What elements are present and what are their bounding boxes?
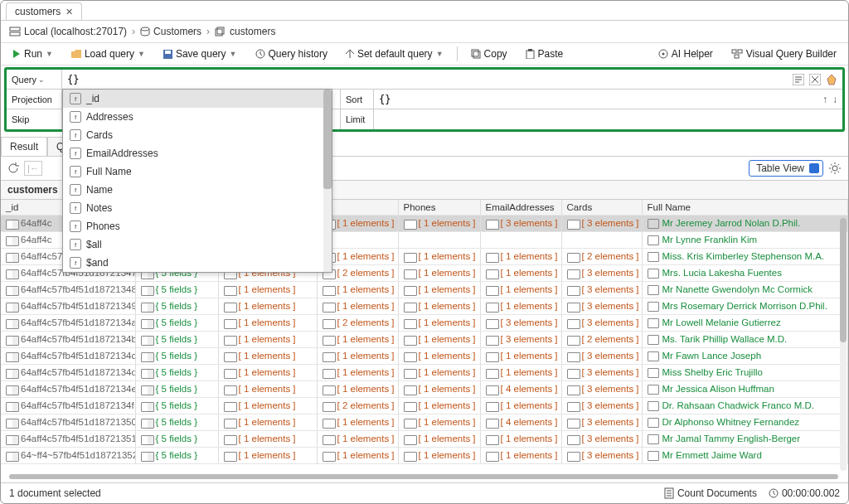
load-query-button[interactable]: Load query▼ (66, 46, 150, 61)
query-input[interactable] (61, 70, 788, 89)
table-row[interactable]: 64aff4c57fb4f51d1872134a{ 5 fields }[ 1 … (1, 314, 848, 331)
breadcrumb-collection[interactable]: customers (215, 26, 275, 37)
table-cell[interactable]: 64aff4c57fb4f51d1872134f (1, 397, 135, 414)
table-cell[interactable]: [ 1 elements ] (317, 364, 398, 380)
table-cell[interactable]: [ 1 elements ] (218, 314, 317, 331)
table-cell[interactable]: [ 4 elements ] (480, 380, 561, 397)
table-cell[interactable] (480, 231, 561, 248)
table-cell[interactable]: [ 2 elements ] (317, 397, 398, 414)
table-cell[interactable]: Miss. Kris Kimberley Stephenson M.A. (642, 248, 848, 264)
table-row[interactable]: 64aff4c57fb4f51d1872134e{ 5 fields }[ 1 … (1, 380, 848, 397)
visual-query-builder-button[interactable]: Visual Query Builder (726, 46, 842, 61)
autocomplete-item[interactable]: fName (63, 181, 332, 199)
query-label[interactable]: Query ⌄ (7, 75, 61, 85)
table-cell[interactable]: [ 1 elements ] (218, 331, 317, 347)
table-cell[interactable]: [ 1 elements ] (480, 397, 561, 414)
table-row[interactable]: 64aff4c57fb4f51d1872134c{ 5 fields }[ 1 … (1, 347, 848, 364)
autocomplete-scrollbar[interactable] (323, 90, 332, 272)
table-cell[interactable]: { 5 fields } (135, 331, 218, 347)
table-cell[interactable]: [ 1 elements ] (480, 447, 561, 463)
sort-desc-icon[interactable]: ↓ (832, 94, 837, 105)
table-cell[interactable]: [ 1 elements ] (218, 447, 317, 463)
table-cell[interactable]: [ 3 elements ] (561, 216, 642, 232)
autocomplete-item[interactable]: f_id (63, 90, 332, 108)
table-cell[interactable]: [ 1 elements ] (398, 397, 480, 414)
table-cell[interactable]: [ 1 elements ] (218, 397, 317, 414)
table-cell[interactable]: [ 1 elements ] (218, 430, 317, 447)
column-header[interactable]: EmailAddresses (480, 200, 561, 216)
sort-asc-icon[interactable]: ↑ (822, 94, 827, 105)
table-cell[interactable]: [ 1 elements ] (398, 248, 480, 264)
table-cell[interactable]: [ 1 elements ] (398, 430, 480, 447)
table-cell[interactable]: Mr Emmett Jaime Ward (642, 447, 848, 463)
table-cell[interactable]: [ 1 elements ] (218, 364, 317, 380)
column-header[interactable]: Full Name (642, 200, 848, 216)
table-cell[interactable]: [ 1 elements ] (480, 298, 561, 314)
table-cell[interactable]: [ 1 elements ] (317, 414, 398, 430)
table-cell[interactable]: [ 1 elements ] (398, 447, 480, 463)
table-row[interactable]: 64aff4c57fb4f51d18721348{ 5 fields }[ 1 … (1, 281, 848, 298)
table-cell[interactable]: { 5 fields } (135, 298, 218, 314)
autocomplete-item[interactable]: fAddresses (63, 108, 332, 126)
table-cell[interactable]: { 5 fields } (135, 314, 218, 331)
table-cell[interactable]: [ 1 elements ] (317, 347, 398, 364)
clear-query-icon[interactable] (826, 74, 837, 85)
table-cell[interactable]: [ 3 elements ] (561, 414, 642, 430)
table-cell[interactable]: [ 3 elements ] (480, 331, 561, 347)
table-row[interactable]: 64aff4c57fb4f51d1872134d{ 5 fields }[ 1 … (1, 364, 848, 380)
autocomplete-item[interactable]: fEmailAddresses (63, 144, 332, 162)
format-query-icon[interactable] (793, 74, 804, 85)
table-cell[interactable]: [ 1 elements ] (398, 331, 480, 347)
table-cell[interactable]: Dr. Rahsaan Chadwick Franco M.D. (642, 397, 848, 414)
save-query-button[interactable]: Save query▼ (158, 46, 242, 61)
table-cell[interactable]: { 5 fields } (135, 380, 218, 397)
table-cell[interactable]: [ 3 elements ] (561, 314, 642, 331)
table-cell[interactable]: [ 3 elements ] (561, 447, 642, 463)
file-tab-customers[interactable]: customers ✕ (6, 2, 82, 20)
table-row[interactable]: 64aff4c57fb4f51d1872134b{ 5 fields }[ 1 … (1, 331, 848, 347)
table-cell[interactable]: Ms. Tarik Phillip Wallace M.D. (642, 331, 848, 347)
view-selector[interactable]: Table View (749, 160, 823, 177)
table-cell[interactable]: Mrs. Lucia Lakesha Fuentes (642, 264, 848, 281)
table-cell[interactable]: Mr Fawn Lance Joseph (642, 347, 848, 364)
breadcrumb-connection[interactable]: Local (localhost:27017) (9, 26, 127, 37)
table-cell[interactable]: { 5 fields } (135, 347, 218, 364)
table-cell[interactable]: [ 3 elements ] (561, 397, 642, 414)
table-cell[interactable]: Mr Lowell Melanie Gutierrez (642, 314, 848, 331)
table-cell[interactable]: [ 1 elements ] (398, 314, 480, 331)
table-cell[interactable]: [ 3 elements ] (561, 281, 642, 298)
table-cell[interactable]: { 5 fields } (135, 281, 218, 298)
table-cell[interactable]: { 5 fields } (135, 447, 218, 463)
count-documents-button[interactable]: Count Documents (664, 487, 757, 499)
table-cell[interactable]: [ 1 elements ] (317, 447, 398, 463)
table-cell[interactable]: 64~ff4~57fb4f51d18721352 (1, 447, 135, 463)
table-cell[interactable]: [ 2 elements ] (317, 314, 398, 331)
table-cell[interactable]: 64aff4c57fb4f51d1872134a (1, 314, 135, 331)
close-icon[interactable]: ✕ (65, 7, 73, 17)
table-hscrollbar[interactable] (9, 474, 838, 479)
ai-helper-button[interactable]: AI Helper (653, 46, 718, 61)
table-cell[interactable] (561, 231, 642, 248)
table-cell[interactable]: [ 1 elements ] (480, 281, 561, 298)
table-cell[interactable]: [ 1 elements ] (398, 347, 480, 364)
table-cell[interactable]: [ 1 elements ] (218, 281, 317, 298)
table-cell[interactable]: [ 1 elements ] (480, 347, 561, 364)
breadcrumb-database[interactable]: Customers (140, 26, 201, 37)
limit-input[interactable] (373, 109, 842, 129)
table-cell[interactable]: 64aff4c57fb4f51d1872134d (1, 364, 135, 380)
table-cell[interactable]: [ 1 elements ] (398, 264, 480, 281)
table-cell[interactable]: 64aff4c57fb4f51d18721350 (1, 414, 135, 430)
table-cell[interactable]: [ 1 elements ] (398, 298, 480, 314)
query-history-button[interactable]: Query history (250, 46, 332, 61)
table-cell[interactable]: [ 1 elements ] (218, 347, 317, 364)
autocomplete-item[interactable]: fCards (63, 126, 332, 144)
table-row[interactable]: 64aff4c57fb4f51d1872134f{ 5 fields }[ 1 … (1, 397, 848, 414)
table-cell[interactable]: [ 1 elements ] (218, 414, 317, 430)
autocomplete-item[interactable]: fFull Name (63, 162, 332, 181)
table-cell[interactable]: [ 3 elements ] (561, 298, 642, 314)
column-header[interactable]: Phones (398, 200, 480, 216)
settings-icon[interactable] (828, 162, 842, 175)
table-cell[interactable]: [ 2 elements ] (561, 248, 642, 264)
table-cell[interactable]: [ 3 elements ] (480, 216, 561, 232)
table-cell[interactable]: 64aff4c57fb4f51d18721349 (1, 298, 135, 314)
